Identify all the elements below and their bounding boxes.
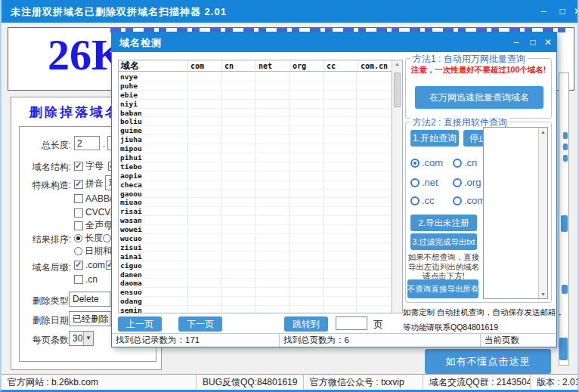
status-cell	[324, 243, 358, 252]
table-row[interactable]: gaoou	[119, 190, 392, 199]
per-page-select[interactable]: 30 ▼	[69, 331, 94, 346]
select-value: Delete	[70, 294, 110, 304]
result-listbox[interactable]: ▲ ▼	[483, 127, 548, 299]
table-row[interactable]: tiebo	[119, 162, 392, 171]
status-cell	[188, 153, 222, 162]
status-cell	[357, 181, 392, 189]
table-row[interactable]: baban	[119, 109, 392, 118]
checkbox-pinyin[interactable]: 拼音	[74, 177, 104, 190]
checkbox-label: 拼音	[85, 177, 104, 190]
radio-suffix-org[interactable]: .org	[453, 177, 481, 188]
method1-group: 方法1 : 自动用万网批量查询 注意，一次性最好不要超过100个域名! 在万网迅…	[405, 58, 552, 119]
domain-cell: odang	[119, 297, 188, 305]
length-min-input[interactable]	[74, 136, 100, 150]
column-header: com	[188, 60, 222, 71]
status-cell	[324, 100, 358, 108]
status-cell	[188, 288, 222, 296]
scrollbar-thumb[interactable]	[394, 73, 401, 107]
checkbox-mark	[74, 162, 83, 171]
status-cell	[255, 234, 290, 242]
left-panel-title: 删除掉落域名	[29, 103, 120, 121]
status-cell	[188, 109, 222, 117]
export-all-button[interactable]: 不查询直接导出所有	[407, 279, 478, 298]
status-cell	[357, 162, 392, 171]
table-row[interactable]: boliu	[119, 117, 392, 126]
table-row[interactable]: checa	[119, 181, 392, 190]
table-row[interactable]: wasan	[119, 216, 392, 225]
domain-cell: wasan	[119, 216, 188, 224]
table-row[interactable]: guime	[119, 126, 392, 135]
maximize-icon[interactable]: □	[556, 5, 569, 17]
table-row[interactable]: ebie	[119, 91, 392, 100]
status-cell	[290, 261, 324, 270]
minimize-icon[interactable]: –	[537, 5, 550, 17]
table-row[interactable]: wowei	[119, 225, 392, 234]
domain-cell: puhe	[119, 82, 188, 90]
table-row[interactable]: mipou	[119, 144, 392, 153]
status-version: 版本 : 2.01	[531, 375, 579, 390]
status-cell	[221, 153, 255, 162]
table-row[interactable]: pihui	[119, 153, 392, 162]
table-row[interactable]: daoma	[119, 279, 392, 288]
scroll-down-icon[interactable]: ▼	[539, 292, 547, 297]
table-row[interactable]: risai	[119, 207, 392, 216]
status-cell	[357, 91, 392, 99]
radio-suffix-cn[interactable]: .cn	[453, 157, 477, 168]
start-query-button[interactable]: 1.开始查询	[410, 130, 459, 147]
scroll-up-icon[interactable]: ▲	[392, 61, 402, 66]
checkbox-label: .com	[85, 260, 105, 270]
dialog-close-icon[interactable]: ✕	[541, 36, 555, 48]
table-row[interactable]: odang	[119, 297, 392, 306]
listbox-scrollbar[interactable]: ▲ ▼	[538, 128, 547, 298]
scroll-up-icon[interactable]: ▲	[539, 129, 547, 134]
status-cell	[188, 270, 222, 279]
prev-page-button[interactable]: 上一页	[118, 316, 162, 332]
checkbox-suffix-cn[interactable]: .cn	[74, 274, 98, 285]
dialog-maximize-icon[interactable]: □	[526, 36, 540, 48]
radio-sort-length[interactable]: 长度	[74, 232, 103, 245]
checkbox-shengmu[interactable]: 全声母	[74, 219, 113, 232]
table-row[interactable]: semin	[119, 306, 392, 313]
table-row[interactable]: niyi	[119, 100, 392, 109]
jump-button[interactable]: 跳转到	[284, 316, 328, 332]
table-row[interactable]: miuao	[119, 198, 392, 207]
page-number-input[interactable]	[336, 316, 367, 330]
table-row[interactable]: jiuha	[119, 135, 392, 144]
checkbox-letter[interactable]: 字母	[74, 159, 104, 172]
table-row[interactable]: wucuo	[119, 234, 392, 243]
checkbox-label: .cn	[85, 274, 98, 285]
status-cell	[357, 100, 392, 108]
radio-suffix-com[interactable]: .com	[410, 157, 443, 168]
table-row[interactable]: zisui	[119, 243, 392, 252]
domain-cell: wowei	[119, 225, 188, 233]
table-row[interactable]: puhe	[119, 82, 392, 91]
next-page-button[interactable]: 下一页	[178, 316, 222, 332]
table-scrollbar[interactable]: ▲	[392, 60, 402, 313]
current-page-label: 当前页数	[481, 334, 556, 347]
table-row[interactable]: nvye	[119, 73, 392, 82]
status-cell	[357, 270, 392, 279]
wanwang-query-button[interactable]: 在万网迅速批量查询域名	[415, 86, 543, 109]
dialog-minimize-icon[interactable]: –	[509, 36, 523, 48]
status-cell	[188, 135, 222, 144]
table-row[interactable]: ciguo	[119, 261, 392, 270]
column-header: cc	[324, 60, 358, 71]
table-row[interactable]: ainai	[119, 252, 392, 261]
table-row[interactable]: danen	[119, 270, 392, 279]
radio-suffix-net[interactable]: .net	[410, 177, 438, 188]
table-row[interactable]: aopie	[119, 171, 392, 181]
radio-suffix-cc[interactable]: .cc	[410, 195, 435, 206]
method1-warning: 注意，一次性最好不要超过100个域名!	[406, 65, 551, 76]
export-unregistered-button[interactable]: 2.导出未注册	[410, 215, 477, 231]
radio-circle	[410, 196, 420, 205]
status-cell	[255, 91, 290, 99]
status-cell	[188, 171, 222, 180]
status-cell	[290, 135, 324, 144]
help-button[interactable]: 如有不懂点击这里	[425, 349, 551, 374]
checkbox-suffix-com[interactable]: .com	[74, 260, 105, 270]
status-cell	[357, 306, 392, 313]
close-icon[interactable]: ✕	[571, 5, 579, 17]
table-row[interactable]: ensuo	[119, 288, 392, 297]
status-cell	[324, 144, 358, 153]
filter-export-button[interactable]: 3.过滤完成导出txt	[410, 233, 477, 250]
